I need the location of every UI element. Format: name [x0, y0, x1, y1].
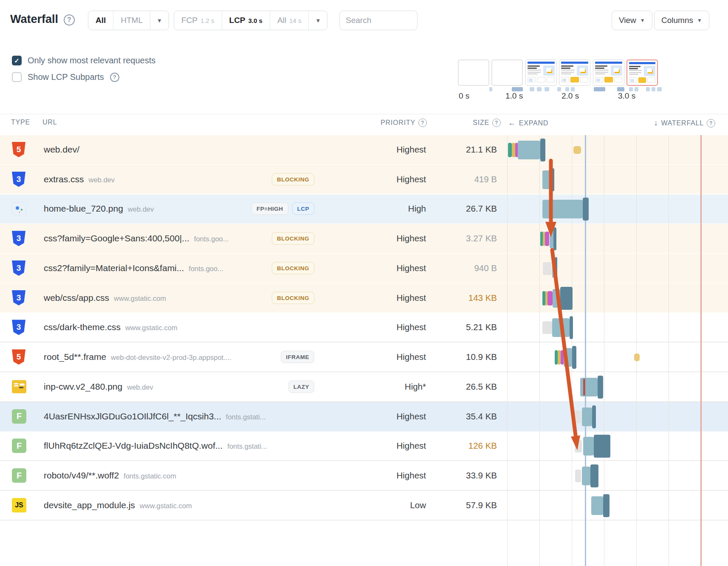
table-row[interactable]: JSdevsite_app_module.jswww.gstatic.comLo…	[0, 491, 728, 521]
url-cell: extras.cssweb.dev	[44, 174, 115, 184]
priority-value: Highest	[396, 411, 426, 422]
filter-html[interactable]: HTML	[113, 11, 150, 30]
waterfall-bar[interactable]	[492, 254, 728, 283]
filmstrip-thumbnail-5[interactable]	[593, 59, 624, 86]
priority-help-icon[interactable]: ?	[418, 119, 427, 127]
table-row[interactable]: 3css?family=Google+Sans:400,500|...fonts…	[0, 224, 728, 254]
waterfall-column-help-icon[interactable]: ?	[707, 119, 715, 127]
filmstrip-activity-tick	[537, 87, 542, 91]
filmstrip-activity-tick	[617, 87, 624, 91]
waterfall-bar[interactable]	[492, 491, 728, 520]
column-header-type: TYPE	[11, 119, 30, 126]
badge-lazy: LAZY	[288, 380, 314, 393]
lcp-subparts-help-icon[interactable]: ?	[110, 73, 119, 82]
filter-all[interactable]: All	[88, 11, 113, 30]
only-relevant-checkbox[interactable]: ✓	[12, 56, 22, 65]
waterfall-segment-dark	[553, 227, 556, 250]
column-header-waterfall[interactable]: ↓ WATERFALL ?	[654, 119, 715, 127]
waterfall-segment-body	[564, 348, 572, 367]
only-relevant-label: Only show most relevant requests	[28, 56, 155, 65]
html-file-icon: 5	[12, 349, 25, 365]
metric-filter-fcp[interactable]: FCP1.2 s	[174, 11, 222, 30]
table-row[interactable]: 3css/dark-theme.csswww.gstatic.comHighes…	[0, 313, 728, 343]
filter-dropdown[interactable]: ▼	[150, 11, 169, 30]
waterfall-segment-body	[582, 408, 592, 426]
metric-filter-dropdown[interactable]: ▼	[309, 11, 327, 30]
filmstrip-thumbnail-6[interactable]	[626, 59, 658, 86]
table-row[interactable]: inp-cwv.v2_480.pngweb.devLAZYHigh*26.5 K…	[0, 372, 728, 402]
table-row[interactable]: 5root_5d**.frameweb-dot-devsite-v2-prod-…	[0, 342, 728, 372]
css-file-icon: 3	[12, 290, 25, 306]
view-button[interactable]: View ▼	[612, 11, 652, 30]
request-url: devsite_app_module.js	[44, 500, 135, 510]
table-row[interactable]: 3web/css/app.csswww.gstatic.comBLOCKINGH…	[0, 283, 728, 313]
request-domain: www.gstatic.com	[140, 502, 192, 510]
waterfall-bar[interactable]	[492, 195, 728, 224]
waterfall-segment-dark	[594, 435, 610, 458]
metric-filter-all[interactable]: All14 s	[270, 11, 309, 30]
waterfall-segment-body	[550, 229, 553, 248]
filmstrip-thumbnail-4[interactable]	[559, 59, 590, 86]
table-row[interactable]: 5web.dev/Highest21.1 KB	[0, 135, 728, 165]
waterfall-segment-body	[518, 141, 540, 159]
filmstrip-time-label: 2.0 s	[562, 91, 579, 101]
waterfall-bar[interactable]	[492, 402, 728, 431]
size-help-icon[interactable]: ?	[492, 119, 501, 127]
table-row[interactable]: 3css2?family=Material+Icons&fami...fonts…	[0, 254, 728, 283]
filmstrip-thumbnail-3[interactable]	[525, 59, 557, 86]
table-row[interactable]: 3extras.cssweb.devBLOCKINGHighest419 B	[0, 165, 728, 195]
priority-value: Highest	[396, 174, 426, 184]
table-row[interactable]: FflUhRq6tzZclQEJ-Vdg-IuiaDsNcIhQ8tQ.wof.…	[0, 432, 728, 461]
waterfall-bar[interactable]	[492, 283, 728, 312]
request-domain: www.gstatic.com	[114, 294, 166, 303]
css-file-icon: 3	[12, 172, 25, 187]
url-cell: flUhRq6tzZclQEJ-Vdg-IuiaDsNcIhQ8tQ.wof..…	[44, 441, 267, 451]
font-file-icon: F	[12, 468, 26, 483]
request-domain: fonts.gstati...	[226, 413, 266, 421]
css-file-icon: 3	[12, 260, 25, 276]
priority-value: Highest	[396, 233, 426, 243]
waterfall-bar[interactable]	[492, 372, 728, 401]
badge-lcp: LCP	[292, 203, 315, 215]
lcp-subparts-checkbox[interactable]	[12, 72, 22, 82]
expand-control[interactable]: ← EXPAND	[508, 119, 548, 127]
image-thumbnail-icon	[12, 202, 26, 215]
filmstrip-time-label: 1.0 s	[505, 91, 523, 101]
waterfall-bar[interactable]	[492, 224, 728, 253]
waterfall-segment-gray	[575, 440, 582, 453]
priority-value: Highest	[396, 293, 426, 303]
table-row[interactable]: Froboto/v49/**.woff2fonts.gstatic.comHig…	[0, 461, 728, 491]
request-domain: www.gstatic.com	[125, 324, 178, 332]
priority-value: Highest	[396, 144, 426, 155]
filmstrip-thumbnail-1[interactable]	[458, 59, 489, 86]
waterfall-segment-yellow	[558, 350, 561, 365]
table-row[interactable]: F4UasrENHsxJlGDuGo1OIlJfC6l_**_Iqcsih3..…	[0, 402, 728, 432]
request-url: extras.css	[44, 174, 84, 184]
only-relevant-option: ✓ Only show most relevant requests	[12, 56, 155, 65]
url-cell: css/dark-theme.csswww.gstatic.com	[44, 322, 178, 332]
metric-filter-lcp[interactable]: LCP3.0 s	[222, 11, 270, 30]
waterfall-segment-gray	[574, 410, 581, 423]
waterfall-event-marker	[634, 354, 640, 361]
waterfall-bar[interactable]	[492, 461, 728, 490]
filmstrip-activity-tick	[545, 87, 549, 91]
column-header-priority: PRIORITY ?	[381, 119, 427, 127]
filmstrip-activity-tick	[489, 87, 492, 91]
waterfall-bar[interactable]	[492, 342, 728, 371]
request-url: home-blue_720.png	[44, 204, 123, 214]
table-row[interactable]: home-blue_720.pngweb.devFP=HIGHLCPHigh26…	[0, 195, 728, 224]
filmstrip-thumbnail-2[interactable]	[491, 59, 523, 86]
waterfall-help-icon[interactable]: ?	[64, 14, 75, 25]
search-input[interactable]	[339, 11, 418, 30]
priority-value: Highest	[396, 263, 426, 273]
url-cell: root_5d**.frameweb-dot-devsite-v2-prod-3…	[44, 352, 231, 362]
css-file-icon: 3	[12, 320, 25, 335]
waterfall-bar[interactable]	[492, 313, 728, 342]
waterfall-segment-body	[552, 259, 555, 278]
waterfall-bar[interactable]	[492, 432, 728, 461]
request-url: inp-cwv.v2_480.png	[44, 382, 122, 392]
waterfall-bar[interactable]	[492, 165, 728, 194]
priority-value: High	[408, 204, 426, 214]
columns-button[interactable]: Columns ▼	[654, 11, 709, 30]
waterfall-bar[interactable]	[492, 135, 728, 164]
